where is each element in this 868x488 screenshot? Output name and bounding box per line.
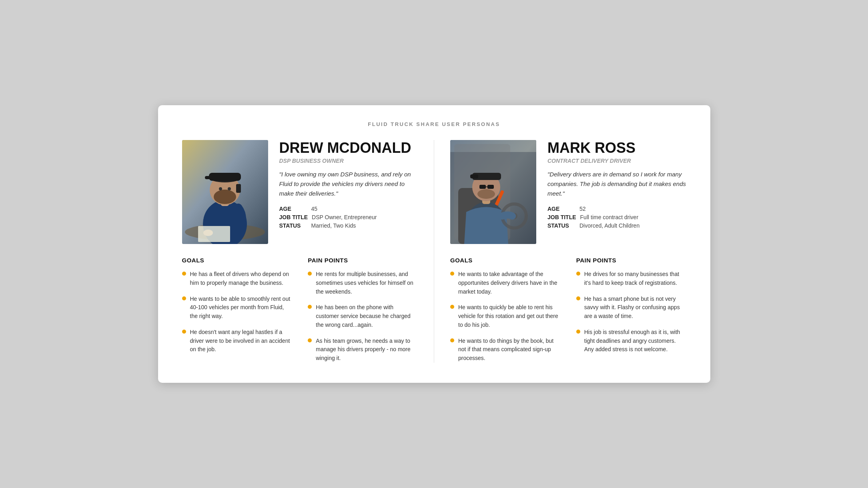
mark-age-row: AGE 52 xyxy=(547,206,686,212)
mark-pain-title: PAIN POINTS xyxy=(576,257,686,264)
svg-rect-25 xyxy=(470,174,478,178)
mark-age-value: 52 xyxy=(579,206,586,212)
mark-pain-section: PAIN POINTS He drives for so many busine… xyxy=(576,257,686,362)
mark-jobtitle-value: Full time contract driver xyxy=(580,214,638,220)
drew-age-row: AGE 45 xyxy=(279,206,418,212)
list-item: He wants to be able to smoothly rent out… xyxy=(182,295,292,321)
svg-point-29 xyxy=(477,189,495,199)
persona-drew-name: DREW MCDONALD xyxy=(279,140,418,156)
drew-pain-title: PAIN POINTS xyxy=(308,257,418,264)
bullet-icon xyxy=(308,338,312,342)
drew-goal-2: He wants to be able to smoothly rent out… xyxy=(190,295,292,321)
drew-pain-3: As his team grows, he needs a way to man… xyxy=(316,337,418,363)
persona-mark-details: AGE 52 JOB TITLE Full time contract driv… xyxy=(547,206,686,229)
bullet-icon xyxy=(308,305,312,309)
mark-goal-1: He wants to take advantage of the opport… xyxy=(458,270,560,296)
bullet-icon xyxy=(576,296,580,300)
list-item: He doesn't want any legal hastles if a d… xyxy=(182,328,292,354)
mark-sections: GOALS He wants to take advantage of the … xyxy=(450,257,686,362)
list-item: He wants to quickly be able to rent his … xyxy=(450,303,560,329)
drew-age-value: 45 xyxy=(311,206,318,212)
drew-sections: GOALS He has a fleet of drivers who depe… xyxy=(182,257,418,362)
drew-status-value: Married, Two Kids xyxy=(311,222,356,229)
drew-pain-2: He has been on the phone with customer s… xyxy=(316,303,418,329)
mark-goals-title: GOALS xyxy=(450,257,560,264)
list-item: He drives for so many businesses that it… xyxy=(576,270,686,287)
drew-jobtitle-row: JOB TITLE DSP Owner, Entrepreneur xyxy=(279,214,418,220)
persona-drew-quote: "I love owning my own DSP business, and … xyxy=(279,170,418,198)
svg-rect-27 xyxy=(487,185,494,189)
drew-goals-title: GOALS xyxy=(182,257,292,264)
mark-status-label: STATUS xyxy=(547,222,575,229)
bullet-icon xyxy=(576,330,580,334)
persona-drew-photo xyxy=(182,140,268,244)
svg-rect-8 xyxy=(205,176,213,179)
list-item: He rents for multiple businesses, and so… xyxy=(308,270,418,296)
persona-mark-photo xyxy=(450,140,536,244)
list-item: He wants to do things by the book, but n… xyxy=(450,337,560,363)
drew-status-label: STATUS xyxy=(279,222,307,229)
mark-goal-3: He wants to do things by the book, but n… xyxy=(458,337,560,363)
drew-goals-list: He has a fleet of drivers who depend on … xyxy=(182,270,292,354)
persona-mark-role: CONTRACT DELIVERY DRIVER xyxy=(547,158,686,164)
bullet-icon xyxy=(450,305,454,309)
mark-status-value: Divorced, Adult Children xyxy=(579,222,639,229)
page-title: FLUID TRUCK SHARE USER PERSONAS xyxy=(182,121,686,127)
mark-pain-2: He has a smart phone but is not very sav… xyxy=(584,295,686,321)
persona-mark-header: MARK ROSS CONTRACT DELIVERY DRIVER "Deli… xyxy=(450,140,686,244)
main-card: FLUID TRUCK SHARE USER PERSONAS xyxy=(158,105,710,382)
mark-jobtitle-label: JOB TITLE xyxy=(547,214,576,220)
list-item: His job is stressful enough as it is, wi… xyxy=(576,328,686,354)
list-item: He has a smart phone but is not very sav… xyxy=(576,295,686,321)
persona-drew: DREW MCDONALD DSP BUSINESS OWNER "I love… xyxy=(182,140,435,362)
personas-row: DREW MCDONALD DSP BUSINESS OWNER "I love… xyxy=(182,140,686,362)
drew-jobtitle-label: JOB TITLE xyxy=(279,214,308,220)
mark-goals-list: He wants to take advantage of the opport… xyxy=(450,270,560,362)
svg-point-9 xyxy=(214,190,236,204)
bullet-icon xyxy=(182,330,186,334)
persona-drew-header: DREW MCDONALD DSP BUSINESS OWNER "I love… xyxy=(182,140,418,244)
list-item: He wants to take advantage of the opport… xyxy=(450,270,560,296)
bullet-icon xyxy=(182,272,186,276)
drew-pain-section: PAIN POINTS He rents for multiple busine… xyxy=(308,257,418,362)
drew-status-row: STATUS Married, Two Kids xyxy=(279,222,418,229)
bullet-icon xyxy=(450,338,454,342)
mark-goal-2: He wants to quickly be able to rent his … xyxy=(458,303,560,329)
drew-pain-1: He rents for multiple businesses, and so… xyxy=(316,270,418,296)
persona-mark: MARK ROSS CONTRACT DELIVERY DRIVER "Deli… xyxy=(450,140,686,362)
svg-rect-7 xyxy=(209,173,241,181)
bullet-icon xyxy=(450,272,454,276)
drew-goals-section: GOALS He has a fleet of drivers who depe… xyxy=(182,257,292,362)
drew-goal-1: He has a fleet of drivers who depend on … xyxy=(190,270,292,287)
drew-age-label: AGE xyxy=(279,206,307,212)
drew-pain-list: He rents for multiple businesses, and so… xyxy=(308,270,418,362)
list-item: As his team grows, he needs a way to man… xyxy=(308,337,418,363)
mark-pain-3: His job is stressful enough as it is, wi… xyxy=(584,328,686,354)
mark-pain-1: He drives for so many businesses that it… xyxy=(584,270,686,287)
persona-drew-info: DREW MCDONALD DSP BUSINESS OWNER "I love… xyxy=(279,140,418,244)
bullet-icon xyxy=(182,296,186,300)
persona-mark-name: MARK ROSS xyxy=(547,140,686,156)
persona-mark-info: MARK ROSS CONTRACT DELIVERY DRIVER "Deli… xyxy=(547,140,686,244)
mark-goals-section: GOALS He wants to take advantage of the … xyxy=(450,257,560,362)
drew-jobtitle-value: DSP Owner, Entrepreneur xyxy=(312,214,377,220)
persona-mark-quote: "Delivery drivers are in demand so I wor… xyxy=(547,170,686,198)
drew-goal-3: He doesn't want any legal hastles if a d… xyxy=(190,328,292,354)
svg-point-10 xyxy=(219,187,222,190)
persona-drew-role: DSP BUSINESS OWNER xyxy=(279,158,418,164)
persona-drew-details: AGE 45 JOB TITLE DSP Owner, Entrepreneur… xyxy=(279,206,418,229)
svg-rect-26 xyxy=(479,185,486,189)
mark-jobtitle-row: JOB TITLE Full time contract driver xyxy=(547,214,686,220)
mark-age-label: AGE xyxy=(547,206,575,212)
mark-status-row: STATUS Divorced, Adult Children xyxy=(547,222,686,229)
svg-rect-12 xyxy=(236,184,241,193)
list-item: He has a fleet of drivers who depend on … xyxy=(182,270,292,287)
svg-rect-14 xyxy=(198,226,230,242)
bullet-icon xyxy=(576,272,580,276)
bullet-icon xyxy=(308,272,312,276)
svg-point-11 xyxy=(228,187,231,190)
list-item: He has been on the phone with customer s… xyxy=(308,303,418,329)
mark-pain-list: He drives for so many businesses that it… xyxy=(576,270,686,354)
